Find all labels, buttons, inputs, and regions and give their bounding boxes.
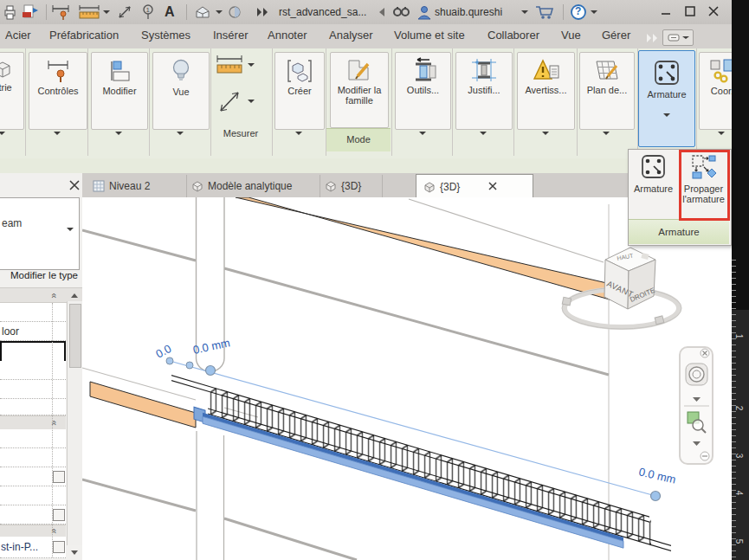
close-view-icon[interactable]: [488, 181, 497, 193]
property-row-bottom[interactable]: st-in-P...: [0, 537, 66, 558]
scrollbar-thumb[interactable]: [69, 304, 81, 368]
properties-panel: eam Modifier le type « loor « « st-in-P.…: [0, 173, 84, 560]
tab-vue[interactable]: Vue: [561, 29, 581, 42]
section-icon[interactable]: [227, 3, 242, 21]
flyout-panel-label: Armature: [629, 219, 729, 244]
text-icon[interactable]: A: [165, 3, 175, 21]
aligned-dimension-icon[interactable]: [50, 3, 71, 21]
tab-annoter[interactable]: Annoter: [268, 29, 307, 42]
background-app-strip: 1 2 3 4 5: [732, 0, 749, 560]
checkbox[interactable]: [53, 471, 65, 483]
tab-gerer[interactable]: Gérer: [602, 29, 630, 42]
scroll-down-button[interactable]: [67, 545, 81, 560]
type-selector-dropdown-arrow[interactable]: [67, 228, 74, 231]
checkbox[interactable]: [53, 541, 65, 553]
checkbox[interactable]: [53, 509, 65, 521]
dimension-grip[interactable]: [651, 492, 661, 501]
navbar-collapse-icon[interactable]: [701, 452, 709, 460]
properties-scrollbar[interactable]: [67, 301, 82, 545]
dimension-grip[interactable]: [166, 357, 173, 364]
property-row-selected[interactable]: [0, 341, 66, 363]
ruler-number: 4: [734, 491, 744, 496]
rebar-section-icon: [640, 153, 668, 181]
tab-prefabrication[interactable]: Préfabrication: [49, 29, 119, 42]
tab-analyser[interactable]: Analyser: [329, 29, 373, 42]
property-row[interactable]: [0, 486, 66, 505]
property-row[interactable]: [0, 505, 66, 525]
view-tab-3d-1[interactable]: {3D}: [318, 175, 383, 197]
flyout-rebar-button[interactable]: Armature: [630, 153, 676, 219]
rebar-flyout-panel: Armature Propager l'armature Armature: [628, 149, 732, 246]
tab-systemes[interactable]: Systèmes: [141, 29, 190, 42]
property-row[interactable]: [0, 429, 66, 448]
edit-type-button[interactable]: Modifier le type: [0, 270, 78, 280]
search-icon[interactable]: [391, 3, 411, 21]
property-row[interactable]: [0, 448, 66, 467]
ribbon-display-toggle[interactable]: [662, 29, 694, 46]
property-row[interactable]: [0, 303, 66, 322]
property-row-floor[interactable]: loor: [0, 322, 66, 341]
view-tab-niveau2[interactable]: Niveau 2: [86, 175, 187, 197]
more-tabs-icon[interactable]: [645, 31, 659, 47]
print-icon[interactable]: [2, 3, 17, 21]
navigation-bar[interactable]: [680, 347, 713, 464]
drawing-area-3d-view[interactable]: 0.0 0.0 mm 0.0 mm HAUT AVANT DROITE: [82, 197, 732, 560]
3d-view-icon: [423, 181, 436, 193]
type-selector[interactable]: eam: [0, 197, 80, 270]
property-row[interactable]: [0, 399, 66, 415]
tutorial-highlight-box: [679, 150, 730, 221]
tab-volume-et-site[interactable]: Volume et site: [394, 29, 465, 42]
3d-view-dropdown-arrow[interactable]: [216, 10, 223, 14]
dimension-grip[interactable]: [186, 362, 193, 369]
view-tab-modele-analytique[interactable]: Modèle analytique: [184, 175, 320, 197]
back-arrow-icon[interactable]: [378, 3, 386, 21]
maximize-button[interactable]: [681, 3, 700, 20]
help-dropdown-arrow[interactable]: [591, 10, 597, 14]
rebar-button[interactable]: Armature: [638, 50, 695, 147]
3d-view-icon: [191, 180, 203, 192]
default-3d-view-icon[interactable]: [192, 3, 223, 21]
signed-in-user[interactable]: shuaib.qureshi: [435, 3, 502, 21]
more-tools-icon[interactable]: [255, 3, 270, 21]
column-divider: [52, 303, 53, 557]
properties-close-icon[interactable]: [69, 178, 80, 194]
property-group-header[interactable]: «: [0, 415, 66, 430]
property-row[interactable]: [0, 380, 66, 399]
plan-view-icon: [93, 180, 105, 192]
ruler-number: 1: [734, 334, 744, 339]
tag-icon[interactable]: 1: [139, 3, 158, 21]
dimension-grip[interactable]: [206, 366, 216, 376]
property-row[interactable]: [0, 467, 66, 486]
view-tab-3d-active[interactable]: {3D}: [416, 174, 533, 198]
ruler-number: 5: [734, 539, 744, 544]
title-bar: 1 A rst_advanced_sa... shuaib.qureshi ?: [0, 0, 732, 24]
3d-view-icon: [325, 180, 337, 192]
rebar-dropdown-arrow[interactable]: [663, 113, 670, 117]
ribbon-tab-row: Acier Préfabrication Systèmes Insérer An…: [0, 24, 732, 48]
minimize-button[interactable]: [656, 3, 675, 20]
ruler-number: 3: [734, 454, 744, 459]
user-avatar-icon[interactable]: [416, 3, 432, 21]
user-dropdown-arrow[interactable]: [521, 3, 528, 21]
tab-collaborer[interactable]: Collaborer: [487, 29, 539, 42]
svg-text:1: 1: [146, 6, 151, 14]
rebar-section-icon: [652, 58, 681, 87]
ribbon-lower-strip: [0, 158, 732, 174]
collapse-chevron-icon: «: [49, 293, 60, 297]
export-pdf-icon[interactable]: [22, 3, 39, 21]
measure-ruler-icon[interactable]: [78, 3, 110, 21]
help-icon[interactable]: ?: [570, 3, 597, 21]
scroll-up-icon[interactable]: [71, 293, 78, 298]
ribbon: étrie Contrôles Modifier Vue Mesurer Cré…: [0, 48, 732, 159]
document-title: rst_advanced_sa...: [279, 3, 366, 21]
property-row[interactable]: [0, 361, 66, 380]
ruler-number: 2: [734, 406, 744, 411]
close-button[interactable]: [704, 3, 723, 20]
steering-wheel-icon[interactable]: [686, 364, 707, 385]
measure-diagonal-icon[interactable]: [116, 3, 133, 21]
tab-inserer[interactable]: Insérer: [213, 29, 248, 42]
tab-acier[interactable]: Acier: [5, 29, 31, 42]
app-store-cart-icon[interactable]: [533, 3, 556, 21]
navbar-close-icon[interactable]: [701, 349, 709, 357]
measure-dropdown-arrow[interactable]: [103, 10, 110, 14]
